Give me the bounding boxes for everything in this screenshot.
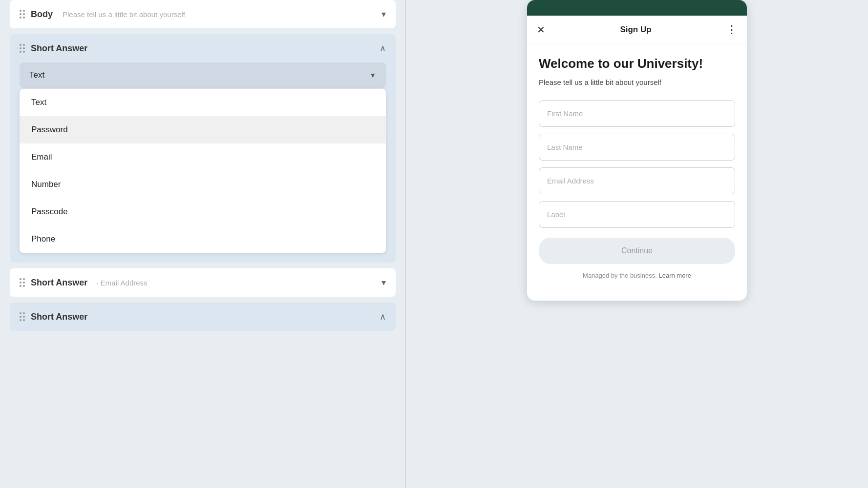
dropdown-item-password[interactable]: Password <box>20 116 386 143</box>
drag-handle-sa2[interactable] <box>20 278 25 287</box>
phone-more-icon[interactable]: ⋮ <box>726 23 737 36</box>
footer-link[interactable]: Learn more <box>658 272 691 279</box>
body-label: Body <box>31 9 53 20</box>
body-section: Body Please tell us a little bit about y… <box>10 0 396 28</box>
dropdown-item-text[interactable]: Text <box>20 89 386 116</box>
dropdown-item-passcode[interactable]: Passcode <box>20 198 386 225</box>
drag-handle-body[interactable] <box>20 10 25 19</box>
footer-text: Managed by the business. <box>583 272 657 279</box>
short-answer-row-2: Short Answer · Email Address ▾ <box>10 268 396 297</box>
short-answer-chevron-up-3[interactable]: ∧ <box>380 311 386 322</box>
short-answer-header-left-3: Short Answer <box>20 312 87 322</box>
phone-content: Welcome to our University! Please tell u… <box>527 44 747 301</box>
short-answer-row-left-2: Short Answer · Email Address <box>20 278 148 288</box>
email-address-input[interactable] <box>539 167 735 194</box>
left-panel: Body Please tell us a little bit about y… <box>0 0 405 488</box>
first-name-input[interactable] <box>539 100 735 127</box>
short-answer-label-1: Short Answer <box>31 43 87 54</box>
short-answer-chevron-up-1[interactable]: ∧ <box>380 43 386 54</box>
dropdown-item-email[interactable]: Email <box>20 143 386 171</box>
dropdown-selected-1[interactable]: Text ▼ <box>20 62 386 88</box>
label-input[interactable] <box>539 201 735 228</box>
short-answer-header-left-1: Short Answer <box>20 43 87 54</box>
phone-close-icon[interactable]: ✕ <box>537 24 545 36</box>
phone-nav: ✕ Sign Up ⋮ <box>527 16 747 44</box>
phone-welcome-text: Welcome to our University! <box>539 56 735 71</box>
drag-handle-sa1[interactable] <box>20 44 25 53</box>
dropdown-area-1: Text ▼ Text Password Email Number Passco… <box>10 62 396 263</box>
phone-subtitle: Please tell us a little bit about yourse… <box>539 77 735 88</box>
dropdown-triangle-icon: ▼ <box>369 71 376 79</box>
continue-button[interactable]: Continue <box>539 238 735 264</box>
phone-mockup: ✕ Sign Up ⋮ Welcome to our University! P… <box>527 0 747 301</box>
short-answer-header-3: Short Answer ∧ <box>10 303 396 331</box>
short-answer-label-2: Short Answer <box>31 278 87 288</box>
dropdown-selected-text: Text <box>29 70 44 80</box>
short-answer-label-3: Short Answer <box>31 312 87 322</box>
short-answer-header-1: Short Answer ∧ <box>10 34 396 62</box>
short-answer-chevron-2[interactable]: ▾ <box>381 277 386 288</box>
short-answer-subtext-2: · Email Address <box>96 279 147 287</box>
last-name-input[interactable] <box>539 134 735 161</box>
drag-handle-sa3[interactable] <box>20 312 25 321</box>
short-answer-card-1: Short Answer ∧ Text ▼ Text Password Emai… <box>10 34 396 263</box>
dropdown-item-number[interactable]: Number <box>20 171 386 198</box>
body-chevron-down[interactable]: ▾ <box>381 9 386 20</box>
phone-footer: Managed by the business. Learn more <box>539 272 735 289</box>
body-subtext: Please tell us a little bit about yourse… <box>63 10 185 19</box>
dropdown-list-1: Text Password Email Number Passcode Phon… <box>20 89 386 253</box>
dropdown-item-phone[interactable]: Phone <box>20 225 386 253</box>
phone-header-bar <box>527 0 747 16</box>
short-answer-card-3: Short Answer ∧ <box>10 303 396 331</box>
right-panel: ✕ Sign Up ⋮ Welcome to our University! P… <box>406 0 868 488</box>
body-section-left: Body Please tell us a little bit about y… <box>20 9 185 20</box>
phone-nav-title: Sign Up <box>620 25 651 35</box>
